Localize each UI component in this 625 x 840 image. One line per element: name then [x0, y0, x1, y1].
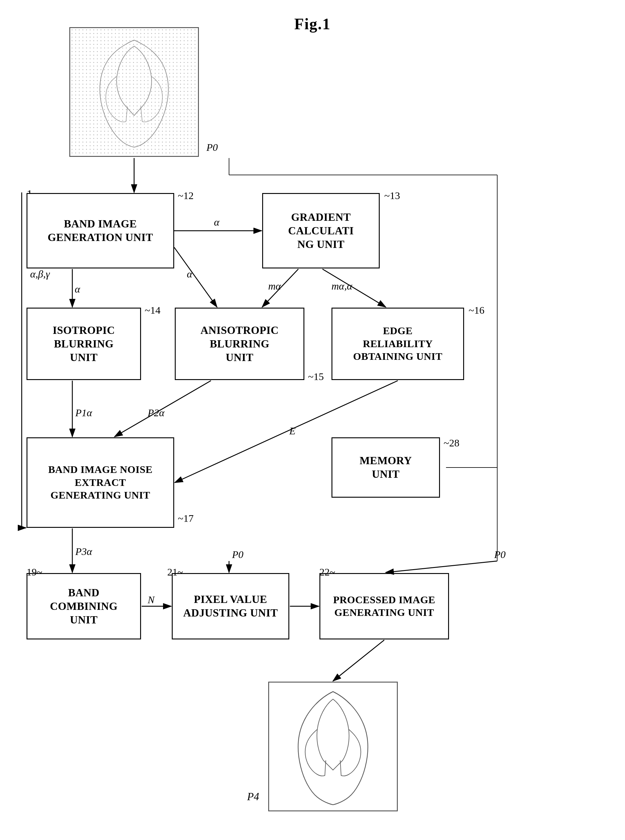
- ref-17: ~17: [178, 513, 193, 524]
- svg-line-12: [262, 269, 299, 307]
- band-image-gen-box: BAND IMAGEGENERATION UNIT: [26, 193, 174, 268]
- svg-text:mα: mα: [268, 281, 281, 291]
- svg-text:E: E: [289, 425, 295, 436]
- svg-line-14: [322, 269, 386, 307]
- svg-text:P3α: P3α: [75, 546, 93, 557]
- svg-text:N: N: [148, 594, 155, 605]
- ref-21: 21~: [167, 566, 183, 578]
- ref-13: ~13: [384, 190, 400, 201]
- figure-title: Fig.1: [294, 15, 331, 33]
- svg-text:α: α: [187, 268, 193, 280]
- band-noise-extract-box: BAND IMAGE NOISEEXTRACTGENERATING UNIT: [26, 437, 174, 528]
- svg-line-33: [386, 561, 497, 572]
- svg-text:α: α: [214, 217, 220, 228]
- svg-line-10: [174, 247, 217, 307]
- svg-text:P1α: P1α: [75, 407, 93, 418]
- svg-text:P0: P0: [494, 549, 506, 560]
- svg-text:P0: P0: [232, 549, 244, 560]
- pixel-value-box: PIXEL VALUEADJUSTING UNIT: [172, 573, 289, 639]
- svg-text:α: α: [75, 284, 81, 295]
- edge-reliability-box: EDGERELIABILITYOBTAINING UNIT: [331, 308, 464, 380]
- svg-line-35: [333, 640, 384, 681]
- svg-rect-2: [269, 683, 397, 810]
- svg-line-18: [115, 381, 211, 437]
- ref-12: ~12: [178, 190, 193, 201]
- label-P0-top: P0: [207, 142, 218, 153]
- label-P4: P4: [247, 790, 259, 803]
- band-combining-box: BANDCOMBININGUNIT: [26, 573, 141, 639]
- input-image-top: [69, 27, 199, 157]
- gradient-calc-box: GRADIENTCALCULATING UNIT: [262, 193, 380, 268]
- anisotropic-box: ANISOTROPICBLURRINGUNIT: [175, 308, 304, 380]
- output-image: [268, 682, 398, 811]
- ref-16: ~16: [469, 305, 484, 316]
- processed-image-box: PROCESSED IMAGEGENERATING UNIT: [319, 573, 449, 639]
- isotropic-box: ISOTROPICBLURRINGUNIT: [26, 308, 141, 380]
- ref-22: 22~: [319, 566, 335, 578]
- svg-text:α,β,γ: α,β,γ: [30, 268, 50, 280]
- svg-rect-1: [70, 28, 198, 156]
- ref-14: ~14: [145, 305, 160, 316]
- ref-15: ~15: [308, 371, 323, 382]
- memory-box: MEMORYUNIT: [331, 437, 440, 498]
- ref-28: ~28: [443, 437, 459, 449]
- svg-text:P2α: P2α: [148, 407, 165, 418]
- ref-19: 19~: [26, 566, 42, 578]
- svg-text:mα,α: mα,α: [331, 281, 353, 291]
